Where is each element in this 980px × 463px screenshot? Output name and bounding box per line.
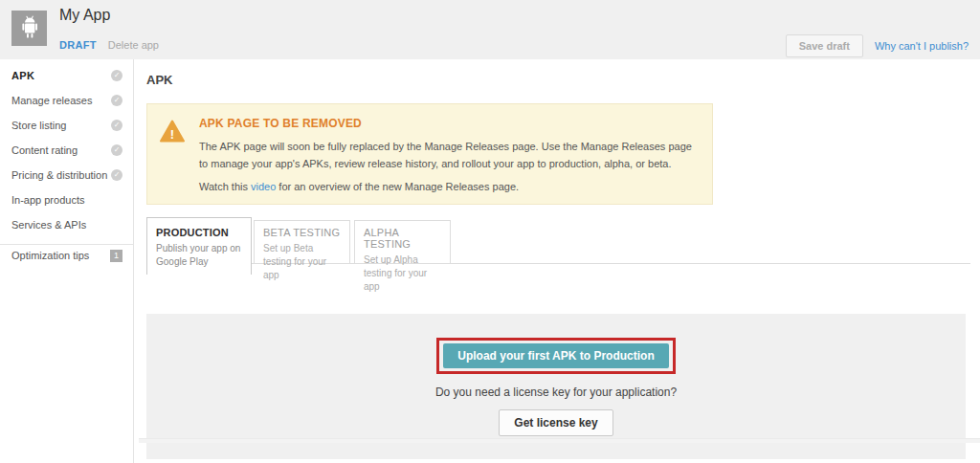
save-draft-button[interactable]: Save draft bbox=[786, 34, 863, 57]
sidebar-item-apk[interactable]: APK ✓ bbox=[0, 63, 133, 88]
sidebar-nav: APK ✓ Manage releases ✓ Store listing ✓ … bbox=[0, 59, 134, 463]
delete-app-link[interactable]: Delete app bbox=[108, 39, 159, 51]
upload-first-apk-button[interactable]: Upload your first APK to Production bbox=[443, 343, 669, 368]
android-robot-icon bbox=[18, 15, 41, 41]
apk-removal-warning-banner: ! APK PAGE TO BE REMOVED The APK page wi… bbox=[146, 103, 713, 205]
warning-triangle-icon: ! bbox=[160, 120, 185, 192]
warning-banner-title: APK PAGE TO BE REMOVED bbox=[199, 117, 697, 130]
sidebar-item-store-listing[interactable]: Store listing ✓ bbox=[0, 113, 133, 138]
license-key-question: Do you need a license key for your appli… bbox=[435, 386, 677, 399]
header-actions: Save draft Why can't I publish? bbox=[786, 34, 969, 57]
android-app-icon bbox=[11, 11, 47, 46]
sidebar-item-manage-releases[interactable]: Manage releases ✓ bbox=[0, 88, 133, 113]
why-cant-i-publish-link[interactable]: Why can't I publish? bbox=[875, 40, 969, 52]
warning-banner-link-line: Watch this video for an overview of the … bbox=[199, 181, 697, 192]
optimization-tips-count-badge: 1 bbox=[110, 250, 122, 262]
section-title-apk: APK bbox=[146, 73, 967, 87]
warning-banner-content: APK PAGE TO BE REMOVED The APK page will… bbox=[199, 117, 697, 192]
check-circle-icon: ✓ bbox=[111, 95, 122, 106]
check-circle-icon: ✓ bbox=[111, 169, 122, 181]
sidebar-item-pricing-distribution[interactable]: Pricing & distribution ✓ bbox=[0, 163, 133, 187]
sidebar-item-content-rating[interactable]: Content rating ✓ bbox=[0, 138, 133, 163]
sidebar-item-services-apis[interactable]: Services & APIs bbox=[0, 212, 133, 237]
video-link[interactable]: video bbox=[251, 181, 276, 192]
annotation-highlight-box: Upload your first APK to Production bbox=[436, 338, 676, 374]
sidebar-item-optimization-tips[interactable]: Optimization tips 1 bbox=[0, 244, 133, 268]
check-circle-icon: ✓ bbox=[111, 70, 122, 81]
check-circle-icon: ✓ bbox=[111, 120, 122, 131]
content-layout: APK ✓ Manage releases ✓ Store listing ✓ … bbox=[0, 59, 980, 463]
draft-status-badge: DRAFT bbox=[59, 39, 97, 51]
sidebar-item-in-app-products[interactable]: In-app products bbox=[0, 187, 133, 212]
footer-divider-band bbox=[139, 438, 980, 443]
tab-beta-testing[interactable]: BETA TESTING Set up Beta testing for you… bbox=[254, 220, 350, 264]
check-circle-icon: ✓ bbox=[111, 144, 122, 156]
app-header: My App DRAFT Delete app Save draft Why c… bbox=[0, 0, 980, 59]
release-track-tabs: PRODUCTION Publish your app on Google Pl… bbox=[146, 217, 967, 275]
tab-alpha-testing[interactable]: ALPHA TESTING Set up Alpha testing for y… bbox=[354, 220, 451, 264]
svg-text:!: ! bbox=[170, 127, 174, 142]
app-status-row: DRAFT Delete app bbox=[59, 39, 159, 51]
tab-production[interactable]: PRODUCTION Publish your app on Google Pl… bbox=[146, 217, 252, 275]
page-title-app-name: My App bbox=[59, 7, 110, 24]
warning-banner-body: The APK page will soon be fully replaced… bbox=[199, 139, 697, 172]
main-content: APK ! APK PAGE TO BE REMOVED The APK pag… bbox=[134, 59, 980, 463]
get-license-key-button[interactable]: Get license key bbox=[499, 409, 612, 436]
